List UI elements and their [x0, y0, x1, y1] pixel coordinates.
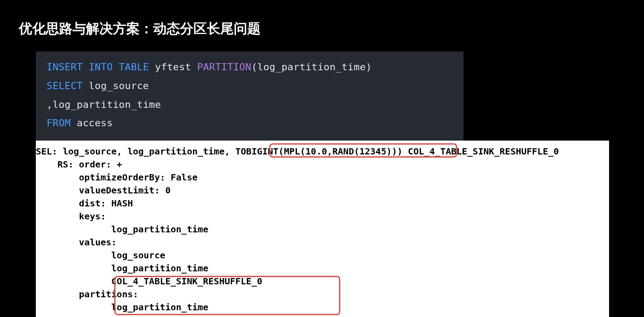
kw-select: SELECT	[47, 80, 83, 91]
col-1: log_source	[83, 80, 149, 91]
sql-line-4: FROM access	[47, 114, 453, 133]
slide-title: 优化思路与解决方案：动态分区长尾问题	[0, 0, 644, 38]
plan-col4-alias: COL_4_TABLE_SINK_RESHUFFLE_0	[403, 146, 559, 157]
plan-value-2: log_partition_time	[36, 263, 208, 274]
col-2-prefix: ,	[47, 99, 52, 110]
plan-keys-label: keys:	[36, 211, 106, 222]
src-table: access	[71, 117, 113, 129]
execution-plan-block: SEL: log_source, log_partition_time, TOB…	[36, 141, 609, 317]
sql-line-2: SELECT log_source	[47, 77, 453, 95]
sql-line-3: ,log_partition_time	[47, 95, 453, 114]
kw-insert: INSERT	[47, 61, 83, 73]
plan-dist: dist: HASH	[36, 198, 133, 209]
plan-value-dest-limit: valueDestLimit: 0	[36, 185, 171, 196]
kw-partition: PARTITION	[197, 61, 251, 73]
col-2: log_partition_time	[52, 99, 161, 110]
kw-into: INTO	[89, 61, 113, 73]
plan-value-3: COL_4_TABLE_SINK_RESHUFFLE_0	[36, 276, 262, 287]
plan-key-1: log_partition_time	[36, 224, 208, 235]
plan-tobigint-expr: TOBIGINT(MPL(10.0,RAND(12345)))	[236, 146, 403, 157]
kw-table: TABLE	[119, 61, 149, 73]
plan-partition-1: log_partition_time	[36, 302, 208, 313]
plan-partitions-label: partitions:	[36, 289, 138, 300]
table-name: yftest	[149, 61, 197, 73]
plan-partition-2: COL_4_TABLE_SINK_RESHUFFLE_0	[36, 315, 262, 317]
partition-args: (log_partition_time)	[251, 61, 372, 73]
kw-from: FROM	[47, 117, 71, 129]
plan-sel-prefix: SEL: log_source, log_partition_time,	[36, 146, 236, 157]
sql-code-block: INSERT INTO TABLE yftest PARTITION(log_p…	[36, 51, 464, 141]
plan-rs-order: RS: order: +	[36, 159, 122, 170]
plan-optimize-orderby: optimizeOrderBy: False	[36, 172, 197, 183]
plan-value-1: log_source	[36, 250, 165, 261]
sql-line-1: INSERT INTO TABLE yftest PARTITION(log_p…	[47, 58, 453, 77]
plan-values-label: values:	[36, 237, 117, 248]
